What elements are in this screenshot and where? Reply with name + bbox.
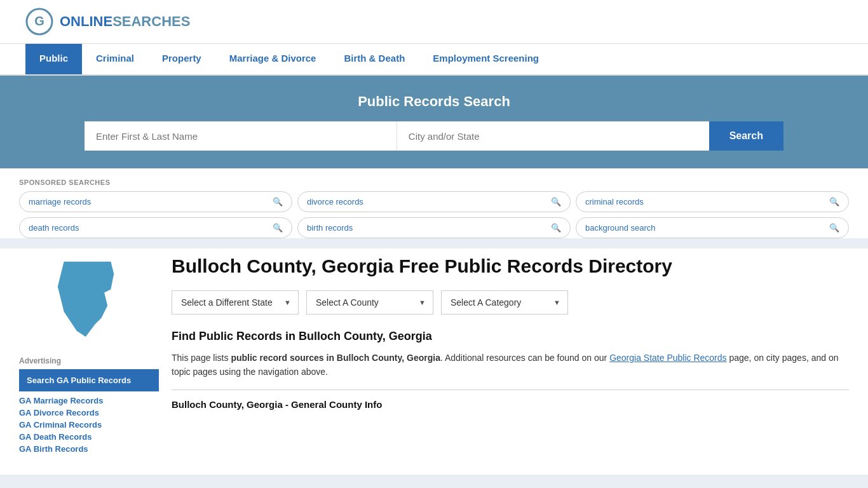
list-item: GA Marriage Records	[19, 395, 159, 405]
ad-label: Advertising	[19, 356, 159, 365]
general-info-title: Bulloch County, Georgia - General County…	[172, 399, 849, 410]
logo[interactable]: G ONLINESEARCHES	[25, 8, 190, 36]
state-dropdown[interactable]: Select a Different State	[172, 290, 299, 315]
list-item: GA Criminal Records	[19, 419, 159, 430]
sponsored-label: SPONSORED SEARCHES	[19, 179, 849, 186]
ad-box: Advertising Search GA Public Records GA …	[19, 356, 159, 454]
search-banner: Public Records Search Search	[0, 76, 868, 168]
tag-background-search[interactable]: background search 🔍	[576, 217, 849, 238]
search-button[interactable]: Search	[709, 121, 783, 151]
find-text: This page lists public record sources in…	[172, 351, 849, 379]
find-text-2: . Additional resources can be found on o…	[440, 353, 609, 363]
section-divider	[172, 390, 849, 390]
find-title: Find Public Records in Bulloch County, G…	[172, 330, 849, 343]
main-nav: Public Criminal Property Marriage & Divo…	[0, 44, 868, 76]
county-dropdown-wrapper: Select A County	[306, 290, 433, 315]
location-input[interactable]	[397, 121, 709, 151]
search-icon: 🔍	[551, 223, 561, 233]
nav-item-marriage-divorce[interactable]: Marriage & Divorce	[215, 44, 330, 74]
georgia-state-link[interactable]: Georgia State Public Records	[609, 353, 726, 363]
tag-label: background search	[585, 223, 656, 233]
site-header: G ONLINESEARCHES	[0, 0, 868, 44]
page-body: Advertising Search GA Public Records GA …	[19, 255, 849, 456]
left-sidebar: Advertising Search GA Public Records GA …	[19, 255, 159, 456]
logo-text: ONLINESEARCHES	[60, 13, 190, 30]
search-icon: 🔍	[273, 223, 283, 233]
logo-icon: G	[25, 8, 53, 36]
tag-death-records[interactable]: death records 🔍	[19, 217, 292, 238]
state-dropdown-wrapper: Select a Different State	[172, 290, 299, 315]
tag-label: birth records	[307, 223, 353, 233]
state-map	[19, 255, 159, 344]
search-form: Search	[85, 121, 783, 151]
svg-marker-2	[57, 261, 114, 337]
tag-label: death records	[29, 223, 79, 233]
ad-main-link[interactable]: Search GA Public Records	[19, 369, 159, 391]
svg-text:G: G	[34, 14, 44, 28]
ad-link-criminal[interactable]: GA Criminal Records	[19, 420, 102, 430]
search-icon: 🔍	[829, 223, 839, 233]
right-content: Bulloch County, Georgia Free Public Reco…	[172, 255, 849, 456]
find-text-1: This page lists	[172, 353, 231, 363]
dropdowns-row: Select a Different State Select A County…	[172, 290, 849, 315]
georgia-map-svg	[51, 255, 127, 344]
tag-criminal-records[interactable]: criminal records 🔍	[576, 191, 849, 212]
nav-item-public[interactable]: Public	[25, 44, 82, 74]
banner-title: Public Records Search	[25, 93, 843, 110]
list-item: GA Death Records	[19, 431, 159, 442]
nav-item-employment[interactable]: Employment Screening	[419, 44, 553, 74]
tag-label: divorce records	[307, 197, 363, 207]
ad-link-divorce[interactable]: GA Divorce Records	[19, 408, 99, 417]
list-item: GA Divorce Records	[19, 407, 159, 417]
page-title: Bulloch County, Georgia Free Public Reco…	[172, 255, 849, 278]
tag-label: criminal records	[585, 197, 644, 207]
search-icon: 🔍	[273, 197, 283, 207]
category-dropdown[interactable]: Select A Category	[441, 290, 568, 315]
sponsored-tags-grid: marriage records 🔍 divorce records 🔍 cri…	[19, 191, 849, 238]
find-text-bold: public record sources in Bulloch County,…	[231, 353, 440, 363]
nav-item-property[interactable]: Property	[148, 44, 215, 74]
ad-link-death[interactable]: GA Death Records	[19, 432, 92, 442]
search-icon: 🔍	[551, 197, 561, 207]
tag-birth-records[interactable]: birth records 🔍	[297, 217, 571, 238]
county-dropdown[interactable]: Select A County	[306, 290, 433, 315]
sponsored-section: SPONSORED SEARCHES marriage records 🔍 di…	[19, 179, 849, 238]
category-dropdown-wrapper: Select A Category	[441, 290, 568, 315]
ad-links-list: GA Marriage Records GA Divorce Records G…	[19, 395, 159, 454]
list-item: GA Birth Records	[19, 444, 159, 454]
nav-item-criminal[interactable]: Criminal	[82, 44, 148, 74]
ad-link-marriage[interactable]: GA Marriage Records	[19, 396, 103, 405]
tag-divorce-records[interactable]: divorce records 🔍	[297, 191, 571, 212]
search-icon: 🔍	[829, 197, 839, 207]
ad-link-birth[interactable]: GA Birth Records	[19, 444, 88, 454]
name-input[interactable]	[85, 121, 397, 151]
nav-item-birth-death[interactable]: Birth & Death	[330, 44, 419, 74]
tag-label: marriage records	[29, 197, 91, 207]
tag-marriage-records[interactable]: marriage records 🔍	[19, 191, 292, 212]
